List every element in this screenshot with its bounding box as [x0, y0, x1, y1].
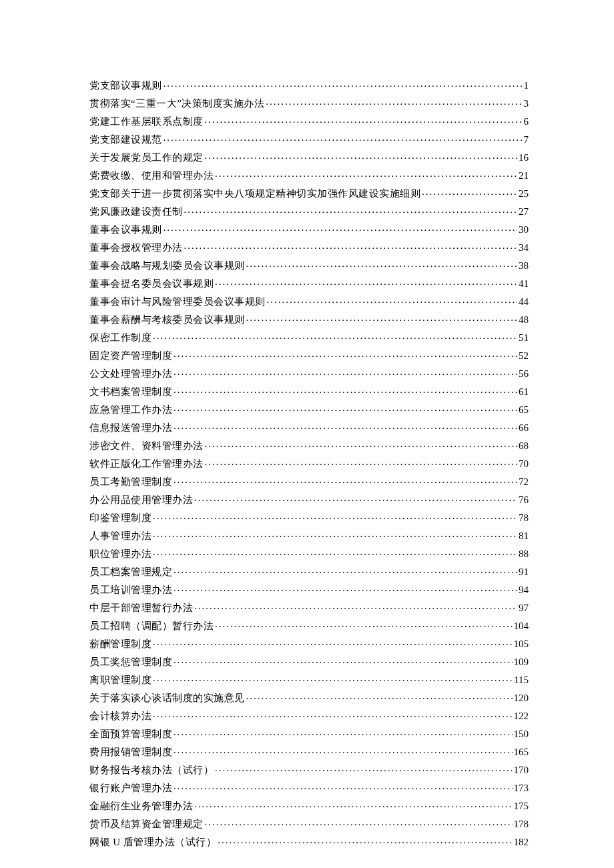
- toc-entry-page: 66: [519, 423, 529, 433]
- toc-entry-title: 网银 U 盾管理办法（试行）: [89, 837, 216, 847]
- toc-leader-dots: [174, 583, 517, 593]
- toc-leader-dots: [174, 367, 517, 377]
- toc-entry-title: 董事会授权管理办法: [89, 243, 183, 253]
- toc-entry-page: 38: [519, 261, 529, 271]
- toc-entry-title: 党建工作基层联系点制度: [89, 117, 204, 127]
- toc-entry-title: 文书档案管理制度: [89, 387, 172, 397]
- toc-entry-page: 25: [519, 189, 529, 199]
- toc-leader-dots: [218, 835, 512, 845]
- toc-entry-page: 173: [514, 783, 529, 793]
- toc-row: 会计核算办法122: [89, 709, 529, 721]
- toc-leader-dots: [153, 673, 513, 683]
- toc-row: 货币及结算资金管理规定178: [89, 817, 529, 829]
- document-page: 党支部议事规则1贯彻落实“三重一大”决策制度实施办法3党建工作基层联系点制度6党…: [0, 0, 614, 868]
- toc-entry-page: 105: [514, 639, 529, 649]
- toc-entry-page: 51: [519, 333, 529, 343]
- toc-entry-page: 3: [524, 99, 529, 109]
- toc-entry-title: 党支部议事规则: [89, 81, 162, 91]
- toc-entry-page: 122: [514, 711, 529, 721]
- toc-entry-title: 软件正版化工作管理办法: [89, 459, 204, 469]
- toc-row: 关于发展党员工作的规定16: [89, 151, 529, 163]
- toc-row: 董事会审计与风险管理委员会议事规则44: [89, 295, 529, 307]
- toc-leader-dots: [194, 493, 517, 503]
- toc-entry-page: 178: [514, 819, 529, 829]
- toc-row: 办公用品使用管理办法76: [89, 493, 529, 505]
- toc-row: 党支部关于进一步贯彻落实中央八项规定精神切实加强作风建设实施细则25: [89, 187, 529, 199]
- toc-entry-page: 68: [519, 441, 529, 451]
- toc-leader-dots: [205, 457, 518, 467]
- toc-entry-page: 52: [519, 351, 529, 361]
- toc-entry-page: 72: [519, 477, 529, 487]
- toc-leader-dots: [164, 79, 523, 89]
- toc-entry-title: 关于落实谈心谈话制度的实施意见: [89, 693, 245, 703]
- toc-entry-page: 109: [514, 657, 529, 667]
- toc-entry-title: 全面预算管理制度: [89, 729, 172, 739]
- toc-row: 应急管理工作办法65: [89, 403, 529, 415]
- toc-entry-title: 董事会提名委员会议事规则: [89, 279, 214, 289]
- toc-leader-dots: [215, 619, 513, 629]
- toc-leader-dots: [153, 529, 517, 539]
- toc-entry-title: 董事会薪酬与考核委员会议事规则: [89, 315, 245, 325]
- toc-entry-page: 61: [519, 387, 529, 397]
- toc-leader-dots: [174, 349, 517, 359]
- toc-leader-dots: [205, 439, 518, 449]
- toc-row: 员工奖惩管理制度109: [89, 655, 529, 667]
- toc-leader-dots: [174, 475, 517, 485]
- toc-row: 党建工作基层联系点制度6: [89, 115, 529, 127]
- toc-entry-title: 信息报送管理办法: [89, 423, 172, 433]
- toc-row: 费用报销管理制度165: [89, 745, 529, 757]
- toc-entry-title: 员工奖惩管理制度: [89, 657, 172, 667]
- toc-entry-title: 费用报销管理制度: [89, 747, 172, 757]
- toc-leader-dots: [174, 781, 513, 791]
- toc-entry-title: 固定资产管理制度: [89, 351, 172, 361]
- toc-entry-title: 党支部建设规范: [89, 135, 162, 145]
- toc-row: 员工档案管理规定91: [89, 565, 529, 577]
- toc-entry-page: 94: [519, 585, 529, 595]
- toc-row: 固定资产管理制度52: [89, 349, 529, 361]
- toc-row: 全面预算管理制度150: [89, 727, 529, 739]
- toc-leader-dots: [153, 331, 517, 341]
- toc-leader-dots: [266, 97, 522, 107]
- toc-leader-dots: [246, 691, 513, 701]
- toc-entry-page: 34: [519, 243, 529, 253]
- toc-leader-dots: [205, 151, 518, 161]
- toc-entry-page: 170: [514, 765, 529, 775]
- toc-entry-title: 党风廉政建设责任制: [89, 207, 183, 217]
- toc-leader-dots: [267, 295, 518, 305]
- toc-row: 银行账户管理办法173: [89, 781, 529, 793]
- toc-entry-page: 70: [519, 459, 529, 469]
- toc-row: 党支部建设规范7: [89, 133, 529, 145]
- toc-leader-dots: [184, 205, 518, 215]
- toc-leader-dots: [174, 421, 517, 431]
- toc-entry-page: 27: [519, 207, 529, 217]
- toc-entry-page: 21: [519, 171, 529, 181]
- toc-entry-page: 104: [514, 621, 529, 631]
- toc-leader-dots: [246, 313, 518, 323]
- toc-leader-dots: [174, 745, 513, 755]
- toc-row: 董事会薪酬与考核委员会议事规则48: [89, 313, 529, 325]
- toc-entry-title: 董事会议事规则: [89, 225, 162, 235]
- toc-entry-title: 员工招聘（调配）暂行办法: [89, 621, 214, 631]
- toc-entry-title: 离职管理制度: [89, 675, 151, 685]
- toc-entry-title: 公文处理管理办法: [89, 369, 172, 379]
- toc-entry-title: 董事会审计与风险管理委员会议事规则: [89, 297, 266, 307]
- toc-leader-dots: [174, 403, 517, 413]
- toc-row: 软件正版化工作管理办法70: [89, 457, 529, 469]
- toc-row: 人事管理办法81: [89, 529, 529, 541]
- toc-entry-title: 印鉴管理制度: [89, 513, 151, 523]
- toc-leader-dots: [153, 709, 513, 719]
- toc-entry-page: 6: [524, 117, 529, 127]
- toc-leader-dots: [215, 277, 517, 287]
- toc-row: 员工考勤管理制度72: [89, 475, 529, 487]
- toc-entry-title: 银行账户管理办法: [89, 783, 172, 793]
- toc-leader-dots: [215, 169, 517, 179]
- toc-leader-dots: [164, 133, 523, 143]
- toc-entry-title: 员工培训管理办法: [89, 585, 172, 595]
- toc-row: 文书档案管理制度61: [89, 385, 529, 397]
- toc-entry-title: 中层干部管理暂行办法: [89, 603, 193, 613]
- toc-leader-dots: [246, 259, 518, 269]
- toc-entry-page: 41: [519, 279, 529, 289]
- toc-entry-page: 44: [519, 297, 529, 307]
- toc-row: 党费收缴、使用和管理办法21: [89, 169, 529, 181]
- toc-row: 离职管理制度115: [89, 673, 529, 685]
